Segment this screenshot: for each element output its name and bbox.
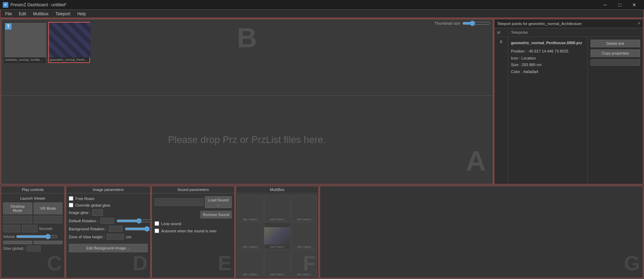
thumbnail-label-2: geometric_normal_Penthouse (49, 57, 89, 62)
play-controls-content: Launch Viewer Desktop Mode VR Mode 20 Se… (1, 193, 65, 254)
section-c-label: C (47, 251, 62, 275)
section-e-label: E (218, 251, 232, 275)
thumb-size-label: Thumbnail size (435, 21, 460, 25)
menu-edit[interactable]: Edit (15, 11, 30, 17)
size-label: Size : (511, 63, 521, 67)
multibox-cell-label-8: side 0 back 1 (297, 273, 311, 276)
override-glow-checkbox[interactable] (69, 203, 73, 207)
right-panel-id-col: 0 (494, 37, 508, 184)
color-value: #a0a0a4 (523, 70, 538, 74)
maximize-button[interactable]: □ (613, 0, 627, 10)
right-input-1[interactable] (34, 216, 63, 223)
loop-sound-row: Loop sound (155, 221, 232, 226)
thumbnail-label-1: eometric_normal_Architectu (5, 57, 45, 62)
remove-sound-button[interactable]: Remove Sound (200, 211, 232, 218)
top-section: B Thumbnail size T eometric_normal_Archi… (0, 18, 644, 185)
default-rotation-input[interactable]: 0 (100, 218, 114, 224)
icon-label: Icon : (511, 56, 520, 60)
right-panel-content: 0 geometric_normal_Penthouse.0000.prz Po… (494, 37, 643, 184)
teleport-panel-header: Teleport points for geometric_normal_Arc… (494, 19, 643, 28)
drop-zone[interactable]: Please drop Prz or PrzList files here. A (1, 96, 493, 184)
position-label: Position : (511, 49, 527, 53)
multibox-cell-6[interactable]: side -1 back 1 (237, 250, 263, 277)
sound-parameters-panel: Sound parameters Load Sound ... Remove S… (151, 186, 235, 278)
vr-mode-button[interactable]: VR Mode (34, 202, 63, 214)
extra-buttons-row (3, 216, 63, 223)
load-sound-button[interactable]: Load Sound ... (205, 196, 232, 208)
thumbnail-image-1: T (5, 23, 46, 57)
image-glow-color-swatch[interactable] (92, 209, 103, 216)
seconds-value-input[interactable]: 20 (22, 225, 38, 232)
launch-label: Launch Viewer (3, 196, 63, 201)
loop-sound-checkbox[interactable] (155, 221, 159, 226)
thumbnails-area: B Thumbnail size T eometric_normal_Archi… (1, 19, 493, 96)
multibox-cell-1[interactable]: side 0 back-1 (264, 195, 290, 222)
default-rotation-label: Default Rotation : (69, 219, 98, 223)
thumb-size-slider[interactable] (462, 21, 490, 26)
multibox-thumb-4 (264, 227, 290, 245)
left-input-1[interactable] (3, 216, 32, 223)
multibox-title: MultiBox (236, 186, 319, 193)
bottom-section: Play controls Launch Viewer Desktop Mode… (0, 185, 644, 279)
col-id-header: id (494, 30, 508, 35)
zone-height-input[interactable]: 175 (107, 234, 124, 240)
multibox-cell-7[interactable]: side 0 back 1 (264, 250, 290, 277)
sound-file-input[interactable] (155, 198, 204, 206)
seconds-input-left[interactable] (3, 225, 20, 232)
thumbnail-card-1[interactable]: T eometric_normal_Architectu (4, 22, 46, 63)
copy-properties-button[interactable]: Copy properties (591, 49, 640, 57)
menu-help[interactable]: Help (74, 11, 89, 17)
free-roam-label: Free Roam (75, 197, 94, 201)
right-empty-panel: G (320, 186, 643, 278)
close-button[interactable]: ✕ (627, 0, 641, 10)
menu-multibox[interactable]: Multibox (30, 11, 52, 17)
multibox-cell-8[interactable]: side 0 back 1 (291, 250, 317, 277)
zone-height-unit: cm (126, 235, 131, 239)
image-parameters-title: Image parameters (66, 186, 150, 193)
free-roam-checkbox[interactable] (69, 196, 73, 201)
background-rotation-input[interactable]: 0 (109, 226, 123, 232)
ctrl-btn-left[interactable] (3, 241, 32, 244)
main-layout: B Thumbnail size T eometric_normal_Archi… (0, 18, 644, 279)
volume-slider[interactable] (16, 234, 58, 239)
ctrl-btn-right[interactable] (34, 241, 63, 244)
menu-file[interactable]: File (2, 11, 15, 17)
delete-link-button[interactable]: Delete link (591, 40, 640, 47)
drop-zone-text: Please drop Prz or PrzList files here. (168, 134, 326, 145)
background-rotation-label: Background Rotation : (69, 227, 107, 231)
menu-teleport[interactable]: Teleport (52, 11, 74, 17)
seconds-row: 20 Seconds (3, 225, 63, 232)
app-icon: P (3, 2, 8, 8)
launch-buttons-row: Desktop Mode VR Mode (3, 202, 63, 214)
multibox-cell-label-4: side 0 back 0 (270, 246, 284, 248)
autonext-checkbox[interactable] (155, 229, 159, 233)
multibox-panel: MultiBox side -1 back-1 side 0 back-1 si… (236, 186, 319, 278)
entry-id: 0 (500, 40, 502, 44)
section-g-label: G (624, 251, 640, 275)
background-rotation-row: Background Rotation : 0 (69, 226, 148, 232)
multibox-cell-5[interactable]: side 1 back0 (291, 222, 317, 249)
multibox-cell-label-3: side -1 back 0 (243, 246, 258, 248)
copy-input[interactable] (591, 59, 640, 66)
section-a-label: A (466, 145, 486, 177)
multibox-cell-4[interactable]: side 0 back 0 (264, 222, 290, 249)
icon-row: Icon : Location (511, 55, 585, 62)
minimize-button[interactable]: ─ (598, 0, 612, 10)
color-label: Color : (511, 70, 522, 74)
glow-input[interactable] (27, 246, 41, 252)
right-panel-actions: Delete link Copy properties (587, 37, 643, 184)
multibox-cell-3[interactable]: side -1 back 0 (237, 222, 263, 249)
default-rotation-row: Default Rotation : 0 (69, 218, 148, 224)
zone-height-row: Zone of View height : 175 cm (69, 234, 148, 240)
sound-parameters-content: Load Sound ... Remove Sound Loop sound A… (152, 193, 234, 236)
multibox-cell-2[interactable]: side 1 back-1 (291, 195, 317, 222)
multibox-cell-0[interactable]: side -1 back-1 (237, 195, 263, 222)
center-area: B Thumbnail size T eometric_normal_Archi… (1, 19, 493, 184)
override-glow-row: Override global glow (69, 203, 148, 207)
edit-background-button[interactable]: Edit Background Image ... (69, 244, 148, 252)
thumbnail-card-2[interactable]: geometric_normal_Penthouse (48, 22, 90, 63)
desktop-mode-button[interactable]: Desktop Mode (3, 202, 32, 214)
seconds-label: Seconds (39, 227, 52, 231)
image-parameters-panel: Image parameters Free Roam Override glob… (66, 186, 151, 278)
color-row: Color : #a0a0a4 (511, 69, 585, 75)
